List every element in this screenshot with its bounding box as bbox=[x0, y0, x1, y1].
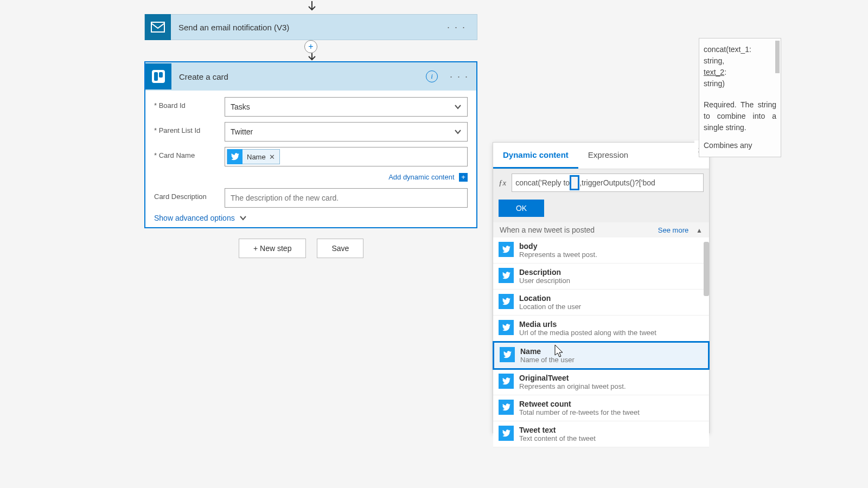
select-parent-list[interactable]: Twitter bbox=[225, 122, 468, 142]
tooltip-scrollbar[interactable] bbox=[775, 41, 780, 73]
expression-input[interactable]: concat('Reply to ,triggerOutputs()?['bod bbox=[512, 174, 704, 192]
twitter-icon bbox=[499, 242, 514, 257]
action-card-email[interactable]: Send an email notification (V3) · · · bbox=[144, 14, 477, 40]
fx-icon: ƒx bbox=[499, 178, 506, 188]
trello-icon bbox=[145, 63, 171, 89]
select-board-id[interactable]: Tasks bbox=[225, 97, 468, 117]
ok-button[interactable]: OK bbox=[499, 200, 544, 217]
save-button[interactable]: Save bbox=[317, 239, 363, 258]
flow-connector: + bbox=[304, 40, 317, 64]
input-card-name[interactable]: Name ✕ bbox=[225, 147, 468, 166]
dc-item-name[interactable]: NameName of the user bbox=[493, 341, 710, 370]
trigger-section-title: When a new tweet is posted bbox=[500, 226, 595, 234]
token-remove-icon[interactable]: ✕ bbox=[269, 153, 275, 161]
dc-item-location[interactable]: LocationLocation of the user bbox=[493, 290, 709, 316]
twitter-icon bbox=[500, 347, 515, 362]
tab-expression[interactable]: Expression bbox=[578, 143, 638, 169]
info-icon[interactable]: i bbox=[426, 70, 438, 82]
select-board-id-value: Tasks bbox=[231, 102, 250, 111]
show-advanced-label: Show advanced options bbox=[154, 214, 235, 222]
chevron-down-icon bbox=[239, 214, 247, 222]
chevron-down-icon bbox=[454, 103, 462, 111]
add-step-icon[interactable]: + bbox=[304, 40, 317, 53]
dc-item-retweet-count[interactable]: Retweet countTotal number of re-tweets f… bbox=[493, 395, 709, 421]
label-card-description: Card Description bbox=[154, 188, 225, 201]
add-dynamic-plus-icon[interactable]: + bbox=[459, 173, 468, 182]
twitter-icon bbox=[499, 320, 514, 335]
svg-rect-0 bbox=[151, 22, 164, 32]
dc-item-description[interactable]: DescriptionUser description bbox=[493, 264, 709, 290]
twitter-icon bbox=[499, 294, 514, 309]
new-step-button[interactable]: + New step bbox=[239, 239, 306, 258]
trello-card-menu-icon[interactable]: · · · bbox=[450, 71, 469, 82]
token-name-label: Name bbox=[247, 153, 266, 161]
chevron-down-icon bbox=[454, 128, 462, 136]
dc-item-body[interactable]: bodyRepresents a tweet post. bbox=[493, 237, 709, 264]
dc-item-originaltweet[interactable]: OriginalTweetRepresents an original twee… bbox=[493, 369, 709, 395]
see-more-link[interactable]: See more bbox=[658, 226, 688, 234]
token-name[interactable]: Name ✕ bbox=[227, 149, 280, 164]
mail-icon bbox=[145, 14, 171, 40]
dc-item-tweet-text[interactable]: Tweet textText content of the tweet bbox=[493, 421, 709, 447]
twitter-icon bbox=[499, 400, 514, 415]
collapse-icon[interactable]: ▲ bbox=[696, 227, 703, 234]
email-card-menu-icon[interactable]: · · · bbox=[447, 22, 466, 33]
dynamic-content-panel: ⌃ 2/2 Dynamic content Expression ƒx conc… bbox=[493, 142, 710, 433]
show-advanced-link[interactable]: Show advanced options bbox=[154, 214, 247, 222]
expression-text-prefix: concat('Reply to bbox=[515, 178, 570, 187]
function-signature-tooltip: concat(text_1: string, text_2: string) R… bbox=[699, 38, 781, 157]
label-card-name: Card Name bbox=[154, 147, 225, 159]
dc-item-media-urls[interactable]: Media urlsUrl of the media posted along … bbox=[493, 316, 709, 342]
action-card-trello: Create a card i · · · Board Id Tasks Par… bbox=[144, 61, 477, 228]
tooltip-description: Required. The string to combine into a s… bbox=[704, 99, 776, 133]
twitter-icon bbox=[499, 374, 514, 389]
scrollbar[interactable] bbox=[704, 242, 709, 296]
trello-card-header[interactable]: Create a card i · · · bbox=[145, 62, 476, 91]
twitter-icon bbox=[227, 149, 242, 164]
input-card-description[interactable] bbox=[225, 188, 468, 208]
trello-card-title: Create a card bbox=[179, 72, 228, 81]
email-card-title: Send an email notification (V3) bbox=[178, 23, 289, 32]
expression-text-suffix: ,triggerOutputs()?['bod bbox=[579, 178, 655, 187]
select-parent-list-value: Twitter bbox=[231, 127, 253, 136]
label-board-id: Board Id bbox=[154, 97, 225, 110]
twitter-icon bbox=[499, 426, 514, 441]
tab-dynamic-content[interactable]: Dynamic content bbox=[493, 143, 578, 169]
label-parent-list: Parent List Id bbox=[154, 122, 225, 134]
expression-cursor bbox=[570, 175, 579, 190]
dynamic-content-list: bodyRepresents a tweet post. Description… bbox=[493, 237, 709, 433]
twitter-icon bbox=[499, 268, 514, 283]
flow-arrow-top bbox=[305, 0, 316, 13]
add-dynamic-content-link[interactable]: Add dynamic content bbox=[388, 173, 454, 181]
